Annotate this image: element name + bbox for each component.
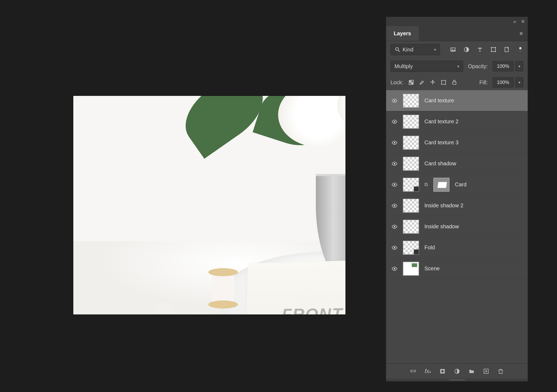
layer-thumbnail[interactable]: [403, 94, 419, 108]
group-icon[interactable]: [469, 368, 475, 374]
adjustment-icon[interactable]: [454, 368, 460, 374]
new-layer-icon[interactable]: [483, 368, 489, 374]
fx-icon[interactable]: fx▾: [425, 368, 431, 375]
filter-row: Kind ▾: [386, 41, 528, 58]
link-icon[interactable]: ⧉: [424, 182, 428, 187]
visibility-toggle[interactable]: [392, 119, 397, 125]
card-text: FRONT: [282, 304, 343, 314]
panel-tabs: Layers ≡: [386, 26, 528, 41]
layer-row[interactable]: Card shadow: [386, 153, 528, 174]
filter-icons: [450, 47, 523, 52]
panel-menu-icon[interactable]: ≡: [515, 30, 528, 37]
filter-type-icon[interactable]: [477, 47, 483, 52]
filter-toggle-icon[interactable]: [517, 47, 523, 52]
chevron-down-icon[interactable]: ▾: [515, 61, 523, 71]
layer-name[interactable]: Scene: [424, 265, 440, 272]
svg-point-29: [394, 226, 395, 228]
layers-list[interactable]: Card textureCard texture 2Card texture 3…: [386, 90, 528, 363]
visibility-toggle[interactable]: [392, 266, 397, 272]
chevron-down-icon: ▾: [457, 64, 459, 68]
scene-background: FRONT: [73, 96, 345, 314]
visibility-toggle[interactable]: [392, 140, 397, 146]
blend-mode-select[interactable]: Multiply ▾: [390, 61, 463, 72]
layer-name[interactable]: Card: [455, 181, 466, 188]
layer-thumbnail[interactable]: [403, 262, 419, 276]
close-icon[interactable]: ✕: [521, 19, 525, 24]
svg-point-33: [441, 370, 444, 372]
svg-point-23: [394, 100, 395, 102]
opacity-field[interactable]: 100% ▾: [493, 61, 523, 71]
tab-layers[interactable]: Layers: [386, 26, 419, 41]
layer-thumbnail[interactable]: [403, 220, 419, 234]
panel-footer: fx▾: [386, 363, 528, 379]
scene-spool: [210, 268, 237, 309]
visibility-toggle[interactable]: [392, 224, 397, 230]
lock-all-icon[interactable]: [451, 79, 457, 85]
filter-shape-icon[interactable]: [490, 47, 496, 52]
svg-line-1: [398, 50, 400, 52]
layer-name[interactable]: Inside shadow: [424, 223, 459, 230]
svg-point-24: [394, 121, 395, 122]
svg-point-30: [394, 247, 395, 248]
opacity-value[interactable]: 100%: [493, 61, 514, 71]
collapse-icon[interactable]: «: [513, 19, 516, 24]
layer-mask-thumbnail[interactable]: [433, 178, 449, 192]
link-layers-icon[interactable]: [410, 368, 416, 374]
svg-point-31: [394, 268, 395, 270]
layer-row[interactable]: Card texture 2: [386, 111, 528, 132]
lock-transparency-icon[interactable]: [408, 79, 414, 85]
svg-rect-5: [492, 48, 496, 52]
lock-position-icon[interactable]: [430, 79, 436, 85]
resize-grip[interactable]: [386, 379, 528, 381]
svg-rect-11: [519, 47, 521, 49]
svg-rect-17: [441, 80, 445, 85]
layer-name[interactable]: Inside shadow 2: [424, 202, 463, 209]
layer-name[interactable]: Fold: [424, 244, 435, 251]
layer-name[interactable]: Card texture 2: [424, 118, 459, 125]
mask-icon[interactable]: [440, 368, 445, 374]
blend-mode-value: Multiply: [395, 63, 413, 69]
fill-field[interactable]: 100% ▾: [493, 77, 523, 88]
lock-paint-icon[interactable]: [419, 79, 425, 85]
fill-value[interactable]: 100%: [493, 77, 514, 88]
filter-smart-icon[interactable]: [504, 47, 510, 52]
svg-rect-14: [411, 80, 413, 82]
svg-point-0: [396, 48, 399, 51]
svg-rect-7: [495, 47, 496, 48]
layer-row[interactable]: Card texture 3: [386, 132, 528, 153]
layer-row[interactable]: Card texture: [386, 90, 528, 111]
filter-adjust-icon[interactable]: [463, 47, 469, 52]
layers-panel: « ✕ Layers ≡ Kind ▾: [386, 17, 528, 382]
visibility-toggle[interactable]: [392, 98, 397, 104]
layer-thumbnail[interactable]: [403, 178, 419, 192]
layer-row[interactable]: Inside shadow: [386, 216, 528, 237]
filter-pixel-icon[interactable]: [450, 47, 456, 52]
visibility-toggle[interactable]: [392, 161, 397, 167]
layer-row[interactable]: ⧉Card: [386, 174, 528, 195]
visibility-toggle[interactable]: [392, 245, 397, 251]
layer-thumbnail[interactable]: [403, 199, 419, 213]
layer-thumbnail[interactable]: [403, 157, 419, 171]
layer-thumbnail[interactable]: [403, 241, 419, 255]
layer-row[interactable]: Inside shadow 2: [386, 195, 528, 216]
visibility-toggle[interactable]: [392, 182, 397, 188]
layer-row[interactable]: Scene: [386, 258, 528, 279]
visibility-toggle[interactable]: [392, 203, 397, 209]
layer-name[interactable]: Card texture: [424, 97, 454, 104]
svg-rect-9: [495, 51, 496, 52]
layer-row[interactable]: Fold: [386, 237, 528, 258]
layer-name[interactable]: Card shadow: [424, 160, 456, 167]
lock-artboard-icon[interactable]: [441, 79, 447, 85]
svg-rect-16: [411, 83, 413, 85]
chevron-down-icon[interactable]: ▾: [515, 77, 523, 88]
panel-titlebar: « ✕: [386, 17, 528, 26]
svg-point-25: [394, 142, 395, 144]
canvas-area[interactable]: FRONT: [73, 96, 345, 314]
layer-thumbnail[interactable]: [403, 115, 419, 129]
tab-label: Layers: [394, 30, 411, 37]
layer-name[interactable]: Card texture 3: [424, 139, 459, 146]
svg-point-28: [394, 205, 395, 206]
trash-icon[interactable]: [498, 368, 504, 374]
filter-kind-select[interactable]: Kind ▾: [390, 44, 440, 55]
layer-thumbnail[interactable]: [403, 136, 419, 150]
